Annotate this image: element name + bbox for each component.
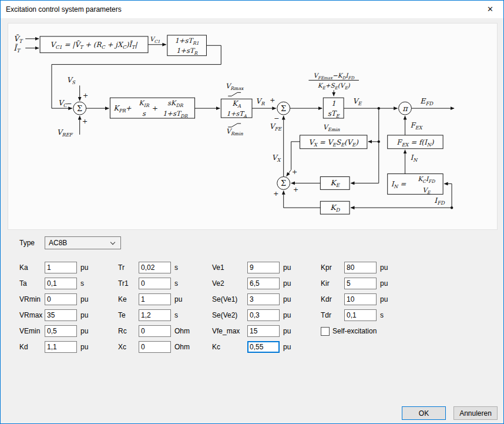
ve2-label: Ve2 (212, 279, 247, 288)
field-row-kc: Kc pu (212, 341, 291, 353)
kpr-input[interactable] (344, 262, 377, 273)
title-bar: Excitation control system parameters ✕ (1, 1, 503, 18)
se-ve2-label: Se(Ve2) (212, 311, 247, 319)
field-row-kd: Kd pu (19, 341, 88, 353)
field-column-2: Tr s Tr1 s Ke pu Te s Rc Ohm Xc Ohm (118, 262, 190, 357)
tr-input[interactable] (139, 262, 171, 273)
type-dropdown[interactable]: AC8B (45, 236, 121, 249)
vemin-input[interactable] (45, 325, 77, 337)
ve1-unit: pu (283, 263, 291, 272)
self-excitation-row: Self-excitation (321, 325, 388, 337)
vrmax-label: VRmax (19, 311, 45, 319)
se-ve2-unit: pu (283, 311, 291, 319)
label-vemin: VEmin​ (323, 123, 340, 132)
label-in-signal: IN​ (410, 153, 418, 163)
tr1-label: Tr1 (118, 279, 139, 288)
rc-unit: Ohm (174, 327, 190, 335)
se-ve1-unit: pu (283, 295, 291, 303)
label-vrmin: VRmin​ (226, 127, 243, 136)
vfe-max-unit: pu (283, 327, 291, 335)
field-row-tr: Tr s (118, 262, 190, 273)
label-vrmax: VRmax​ (226, 82, 244, 91)
block-diagram-panel: V̄T​ ĪT​ VC1​ = |V̄T​ + (RC​ + jXC​)ĪT… (8, 23, 498, 230)
sigma-symbol-3: Σ (281, 179, 286, 188)
type-dropdown-value: AC8B (49, 239, 67, 247)
vrmin-unit: pu (80, 295, 88, 303)
field-row-kdr: Kdr pu (321, 293, 388, 305)
sigma-symbol-2: Σ (281, 104, 286, 113)
ka-label: Ka (19, 263, 45, 272)
vemin-label: VEmin (19, 327, 45, 335)
label-vc1-signal: VC1​ (150, 35, 160, 44)
kd-input[interactable] (45, 341, 77, 353)
rc-input[interactable] (139, 325, 171, 337)
kdr-unit: pu (380, 295, 388, 303)
type-row: Type AC8B (19, 236, 121, 249)
ka-input[interactable] (45, 262, 77, 273)
field-column-1: Ka pu Ta s VRmin pu VRmax pu VEmin pu Kd… (19, 262, 88, 357)
vfe-max-label: Vfe_max (212, 327, 247, 335)
field-row-kpr: Kpr pu (321, 262, 388, 273)
sign-minus-sum2: − (274, 115, 279, 122)
self-excitation-label: Self-excitation (332, 327, 377, 335)
ve1-label: Ve1 (212, 263, 247, 272)
vrmin-input[interactable] (45, 293, 77, 305)
self-excitation-checkbox[interactable] (321, 327, 330, 336)
excitation-diagram: V̄T​ ĪT​ VC1​ = |V̄T​ + (RC​ + jXC​)ĪT… (8, 24, 497, 229)
field-row-ta: Ta s (19, 278, 88, 289)
kir-input[interactable] (344, 278, 377, 289)
label-it-input: ĪT​ (14, 44, 21, 54)
ve2-input[interactable] (247, 278, 280, 289)
te-input[interactable] (139, 309, 171, 321)
ke-input[interactable] (139, 293, 171, 305)
label-limit-den: KE​+SE​(VE​) (318, 82, 351, 91)
field-column-4: Kpr pu Kir pu Kdr pu Tdr s Self-excitati… (321, 262, 388, 341)
tr1-unit: s (174, 279, 178, 288)
field-row-rc: Rc Ohm (118, 325, 190, 337)
label-ve: VE​ (352, 96, 362, 106)
label-vc: VC​ (58, 99, 68, 108)
label-vt-input: V̄T​ (14, 34, 23, 44)
vrmax-unit: pu (80, 311, 88, 319)
vrmin-label: VRmin (19, 295, 45, 303)
ve1-input[interactable] (247, 262, 280, 273)
label-limit-num: VFEmax​−KD​IFD​ (313, 72, 355, 81)
xc-label: Xc (118, 343, 139, 351)
tr-label: Tr (118, 263, 139, 272)
ok-button[interactable]: OK (402, 406, 446, 420)
sign-plus-sum3-right: + (293, 186, 298, 193)
kd-unit: pu (80, 343, 88, 351)
label-vx-signal: VX​ (272, 153, 281, 163)
kc-input[interactable] (247, 341, 280, 353)
vfe-max-input[interactable] (247, 325, 280, 337)
vrmax-input[interactable] (45, 309, 77, 321)
ta-input[interactable] (45, 278, 77, 289)
se-ve2-input[interactable] (247, 309, 280, 321)
field-row-tdr: Tdr s (321, 309, 388, 321)
close-icon[interactable]: ✕ (477, 1, 503, 18)
sign-plus-pid: + (152, 104, 158, 112)
field-row-ve2: Ve2 pu (212, 278, 291, 289)
kpr-unit: pu (380, 263, 388, 272)
label-te-num: 1 (331, 99, 336, 108)
label-vref: VREF​ (57, 128, 73, 138)
label-ifd: IFD​ (434, 196, 445, 206)
tdr-label: Tdr (321, 311, 344, 319)
kdr-input[interactable] (344, 293, 377, 305)
tdr-unit: s (380, 311, 384, 319)
label-efd: EFD​ (420, 96, 434, 106)
xc-input[interactable] (139, 341, 171, 353)
field-row-vrmin: VRmin pu (19, 293, 88, 305)
ta-unit: s (80, 279, 84, 288)
kc-label: Kc (212, 343, 247, 351)
se-ve1-input[interactable] (247, 293, 280, 305)
field-row-ke: Ke pu (118, 293, 190, 305)
cancel-button[interactable]: Annuleren (453, 406, 498, 420)
label-vs: VS​ (67, 76, 76, 85)
kd-label: Kd (19, 343, 45, 351)
chevron-down-icon (110, 240, 115, 245)
kc-unit: pu (283, 343, 291, 351)
field-column-3: Ve1 pu Ve2 pu Se(Ve1) pu Se(Ve2) pu Vfe_… (212, 262, 291, 357)
tdr-input[interactable] (344, 309, 377, 321)
tr1-input[interactable] (139, 278, 171, 289)
